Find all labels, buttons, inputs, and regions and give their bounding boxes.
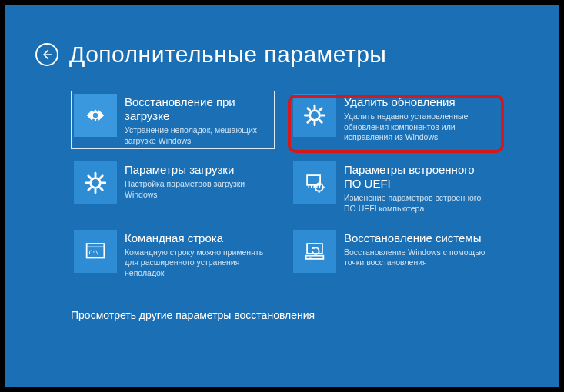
system-restore-icon bbox=[293, 230, 336, 273]
tile-command-prompt[interactable]: C:\ Командная строка Командную строку мо… bbox=[71, 227, 275, 282]
svg-rect-40 bbox=[306, 255, 324, 258]
svg-line-14 bbox=[308, 120, 310, 122]
tile-desc: Восстановление Windows с помощью точки в… bbox=[344, 247, 491, 268]
gear-icon bbox=[74, 161, 117, 204]
svg-point-16 bbox=[91, 178, 101, 188]
recovery-advanced-options-screen: Дополнительные параметры Восстановление … bbox=[5, 5, 559, 387]
tile-desc: Настройка параметров загрузки Windows bbox=[125, 179, 272, 200]
firmware-chip-icon bbox=[293, 161, 336, 204]
svg-point-7 bbox=[310, 111, 320, 121]
svg-text:C:\: C:\ bbox=[89, 249, 99, 256]
tile-uefi-firmware[interactable]: Параметры встроенного ПО UEFI Изменение … bbox=[290, 158, 494, 217]
svg-line-22 bbox=[100, 188, 102, 191]
svg-line-3 bbox=[92, 111, 93, 113]
svg-line-21 bbox=[88, 176, 91, 178]
tile-desc: Удалить недавно установленные обновления… bbox=[344, 111, 491, 143]
svg-line-6 bbox=[98, 111, 99, 113]
command-prompt-icon: C:\ bbox=[74, 230, 117, 273]
tile-uninstall-updates[interactable]: Удалить обновления Удалить недавно устан… bbox=[290, 91, 494, 149]
tile-startup-settings[interactable]: Параметры загрузки Настройка параметров … bbox=[71, 158, 275, 217]
tile-title: Восстановление при загрузке bbox=[125, 95, 272, 123]
svg-line-23 bbox=[88, 188, 91, 191]
page-title: Дополнительные параметры bbox=[69, 42, 386, 68]
tile-startup-repair[interactable]: Восстановление при загрузке Устранение н… bbox=[71, 91, 275, 149]
tile-title: Командная строка bbox=[125, 231, 272, 245]
svg-line-24 bbox=[100, 176, 102, 178]
tile-system-restore[interactable]: Восстановление системы Восстановление Wi… bbox=[290, 227, 494, 282]
tile-title: Параметры встроенного ПО UEFI bbox=[344, 163, 491, 191]
see-more-recovery-options-link[interactable]: Просмотреть другие параметры восстановле… bbox=[71, 309, 315, 321]
tile-desc: Изменение параметров встроенного ПО UEFI… bbox=[344, 193, 491, 214]
back-button[interactable] bbox=[35, 43, 58, 66]
svg-line-4 bbox=[98, 118, 99, 119]
tile-desc: Устранение неполадок, мешающих загрузке … bbox=[125, 125, 272, 146]
tile-title: Восстановление системы bbox=[344, 231, 491, 245]
gear-icon bbox=[293, 94, 336, 137]
tile-title: Удалить обновления bbox=[344, 95, 491, 109]
arrow-left-icon bbox=[41, 48, 53, 61]
header: Дополнительные параметры bbox=[35, 42, 529, 68]
startup-repair-icon bbox=[74, 94, 117, 137]
tile-desc: Командную строку можно применять для рас… bbox=[125, 247, 272, 279]
svg-line-13 bbox=[319, 120, 322, 122]
svg-line-15 bbox=[319, 108, 322, 111]
options-grid: Восстановление при загрузке Устранение н… bbox=[71, 91, 529, 281]
svg-line-12 bbox=[308, 108, 310, 111]
svg-line-5 bbox=[92, 118, 93, 119]
tile-title: Параметры загрузки bbox=[125, 163, 272, 177]
